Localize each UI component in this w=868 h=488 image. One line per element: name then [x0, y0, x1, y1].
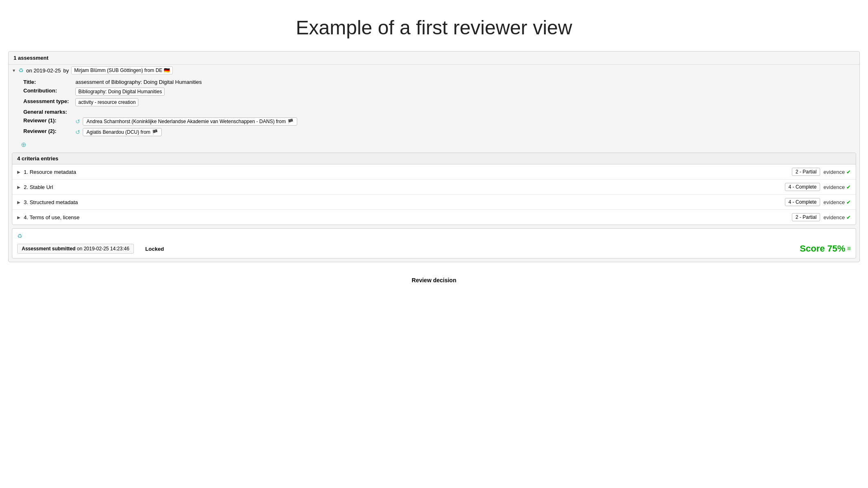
evidence-link[interactable]: evidence ✔	[823, 169, 851, 175]
assessment-type-label: Assessment type:	[21, 97, 73, 108]
criteria-score: 4 - Complete	[785, 198, 821, 206]
footer-bottom: Assessment submitted on 2019-02-25 14:23…	[17, 243, 851, 254]
footer-section: ♻ Assessment submitted on 2019-02-25 14:…	[12, 228, 856, 259]
reviewer2-icon: ↺	[75, 129, 80, 135]
reviewer1-row: Reviewer (1): ↺ Andrea Scharnhorst (Koni…	[21, 116, 300, 127]
reviewer2-cell: ↺ Agiatis Benardou (DCU) from 🏴	[73, 127, 300, 137]
contribution-label: Contribution:	[21, 86, 73, 97]
criteria-name: 2. Stable Url	[24, 184, 782, 190]
add-reviewer-button[interactable]: ⊕	[21, 141, 847, 148]
footer-recycle-icon: ♻	[17, 233, 23, 239]
assessment-by: by	[63, 67, 69, 74]
details-table: Title: assessment of Bibliography: Doing…	[21, 78, 300, 137]
general-remarks-value	[73, 108, 300, 116]
reviewer2-label: Reviewer (2):	[21, 127, 73, 137]
page-title: Example of a first reviewer view	[0, 0, 868, 51]
criteria-section: 4 criteria entries ▶ 1. Resource metadat…	[12, 153, 856, 225]
assessment-type-row: Assessment type: activity - resource cre…	[21, 97, 300, 108]
reviewer1-cell: ↺ Andrea Scharnhorst (Koninklijke Nederl…	[73, 116, 300, 127]
criteria-row: ▶ 4. Terms of use, license 2 - Partial e…	[12, 210, 856, 225]
footer-top: ♻	[17, 233, 851, 239]
reviewer1-flag: 🏴	[287, 119, 294, 124]
contribution-value: Bibliography: Doing Digital Humanities	[73, 86, 300, 97]
evidence-link[interactable]: evidence ✔	[823, 184, 851, 190]
criteria-expand-icon[interactable]: ▶	[17, 185, 20, 189]
reviewer1-label: Reviewer (1):	[21, 116, 73, 127]
evidence-check-icon: ✔	[846, 184, 851, 190]
reviewer1-row-content: ↺ Andrea Scharnhorst (Koninklijke Nederl…	[75, 117, 297, 126]
criteria-name: 1. Resource metadata	[24, 169, 789, 175]
criteria-row: ▶ 1. Resource metadata 2 - Partial evide…	[12, 164, 856, 180]
score-label: Score 75%	[800, 243, 845, 254]
evidence-link[interactable]: evidence ✔	[823, 214, 851, 220]
criteria-row: ▶ 2. Stable Url 4 - Complete evidence ✔	[12, 180, 856, 195]
main-container: 1 assessment ▼ ♻ on 2019-02-25 by Mirjam…	[8, 51, 860, 262]
evidence-check-icon: ✔	[846, 199, 851, 205]
evidence-check-icon: ✔	[846, 169, 851, 175]
criteria-name: 3. Structured metadata	[24, 199, 782, 205]
assessment-meta-row: ▼ ♻ on 2019-02-25 by Mirjam Blümm (SUB G…	[9, 65, 859, 76]
assessment-header: 1 assessment	[9, 52, 859, 65]
contribution-row: Contribution: Bibliography: Doing Digita…	[21, 86, 300, 97]
criteria-score: 4 - Complete	[785, 183, 821, 191]
reviewer1-name: Andrea Scharnhorst (Koninklijke Nederlan…	[86, 119, 286, 124]
criteria-header: 4 criteria entries	[12, 153, 856, 164]
title-value: assessment of Bibliography: Doing Digita…	[73, 78, 300, 86]
locked-badge: Locked	[145, 246, 164, 252]
criteria-expand-icon[interactable]: ▶	[17, 200, 20, 205]
score-icon: ≡	[847, 245, 851, 252]
user-name: Mirjam Blümm (SUB Göttingen) from DE 🇩🇪	[74, 67, 170, 73]
submitted-label: Assessment submitted	[22, 246, 75, 252]
criteria-expand-icon[interactable]: ▶	[17, 170, 20, 174]
assessment-count: 1 assessment	[14, 55, 48, 61]
reviewer2-button[interactable]: Agiatis Benardou (DCU) from 🏴	[83, 128, 162, 136]
evidence-link[interactable]: evidence ✔	[823, 199, 851, 205]
general-remarks-label: General remarks:	[21, 108, 73, 116]
criteria-rows: ▶ 1. Resource metadata 2 - Partial evide…	[12, 164, 856, 225]
criteria-expand-icon[interactable]: ▶	[17, 215, 20, 220]
contribution-badge: Bibliography: Doing Digital Humanities	[75, 88, 165, 96]
title-row: Title: assessment of Bibliography: Doing…	[21, 78, 300, 86]
reviewer2-row: Reviewer (2): ↺ Agiatis Benardou (DCU) f…	[21, 127, 300, 137]
submitted-date: on 2019-02-25 14:23:46	[77, 246, 129, 252]
criteria-score: 2 - Partial	[792, 213, 820, 221]
evidence-check-icon: ✔	[846, 214, 851, 220]
collapse-icon[interactable]: ▼	[12, 68, 16, 73]
general-remarks-row: General remarks:	[21, 108, 300, 116]
criteria-name: 4. Terms of use, license	[24, 214, 789, 220]
assessment-submitted-badge: Assessment submitted on 2019-02-25 14:23…	[17, 244, 134, 254]
user-badge[interactable]: Mirjam Blümm (SUB Göttingen) from DE 🇩🇪	[71, 66, 173, 74]
title-label: Title:	[21, 78, 73, 86]
assessment-date: on 2019-02-25	[26, 67, 61, 74]
criteria-score: 2 - Partial	[792, 168, 820, 176]
recycle-icon: ♻	[18, 67, 24, 74]
assessment-type-value: activity - resource creation	[73, 97, 300, 108]
reviewer1-button[interactable]: Andrea Scharnhorst (Koninklijke Nederlan…	[83, 117, 297, 126]
assessment-type-badge: activity - resource creation	[75, 98, 138, 106]
reviewer2-row-content: ↺ Agiatis Benardou (DCU) from 🏴	[75, 128, 297, 136]
reviewer2-name: Agiatis Benardou (DCU) from	[86, 129, 150, 135]
footer-left: Assessment submitted on 2019-02-25 14:23…	[17, 244, 164, 254]
reviewer2-flag: 🏴	[152, 129, 158, 135]
score-badge: Score 75% ≡	[800, 243, 851, 254]
criteria-row: ▶ 3. Structured metadata 4 - Complete ev…	[12, 195, 856, 210]
review-decision: Review decision	[0, 270, 868, 287]
reviewer1-icon: ↺	[75, 118, 80, 125]
